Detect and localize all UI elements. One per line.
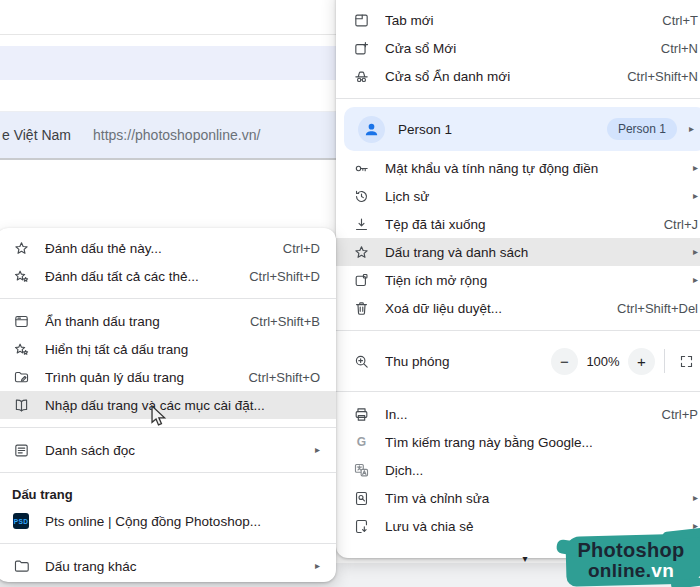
shortcut-label: Ctrl+Shift+Del [617, 301, 698, 316]
submenu-item-bookmark-pts-online[interactable]: PSD Pts online | Cộng đồng Photoshop... [0, 507, 336, 535]
submenu-item-label: Dấu trang khác [45, 559, 303, 574]
menu-item-new-tab[interactable]: Tab mới Ctrl+T [336, 6, 700, 34]
shortcut-label: Ctrl+Shift+O [248, 370, 320, 385]
zoom-in-button[interactable]: + [628, 348, 655, 375]
download-icon [352, 215, 370, 233]
submenu-item-show-all-bookmarks[interactable]: Hiển thị tất cả dấu trang [0, 335, 336, 363]
zoom-out-button[interactable]: − [551, 348, 578, 375]
submenu-arrow-icon: ▸ [693, 163, 698, 173]
svg-text:G: G [356, 435, 365, 449]
folder-icon [12, 557, 30, 575]
new-tab-icon [352, 11, 370, 29]
photoshoponline-logo: Photoshop online.vn [558, 529, 700, 587]
submenu-arrow-icon: ▸ [315, 445, 320, 455]
menu-item-clear-browsing-data[interactable]: Xoá dữ liệu duyệt... Ctrl+Shift+Del [336, 294, 700, 322]
suggestion-title: e Việt Nam [2, 127, 71, 143]
profile-row-person-1[interactable]: Person 1 Person 1 ▸ [344, 107, 700, 151]
omnibox-suggestion-row[interactable]: e Việt Nam https://photoshoponline.vn/ [0, 112, 345, 158]
shortcut-label: Ctrl+Shift+N [627, 69, 698, 84]
menu-item-new-window[interactable]: Cửa sổ Mới Ctrl+N [336, 34, 700, 62]
menu-item-label: Tệp đã tải xuống [385, 217, 652, 232]
shortcut-label: Ctrl+Shift+B [250, 314, 320, 329]
menu-item-find-and-edit[interactable]: Tìm và chỉnh sửa ▸ [336, 484, 700, 512]
separator [0, 298, 336, 299]
page-divider [0, 34, 345, 35]
menu-item-bookmarks-and-lists[interactable]: Dấu trang và danh sách ▸ [336, 238, 700, 266]
menu-item-label: Tìm kiếm trang này bằng Google... [385, 435, 698, 450]
find-edit-icon [352, 489, 370, 507]
chrome-main-menu: Tab mới Ctrl+T Cửa sổ Mới Ctrl+N Cửa sổ … [336, 0, 700, 558]
history-icon [352, 187, 370, 205]
menu-item-label: Tiện ích mở rộng [385, 273, 681, 288]
omnibox[interactable] [0, 46, 345, 80]
shortcut-label: Ctrl+J [664, 217, 698, 232]
submenu-item-label: Nhập dấu trang và các mục cài đặt... [45, 398, 320, 413]
submenu-item-label: Đánh dấu tất cả các thẻ... [45, 269, 237, 284]
bookmarks-bar-icon [12, 312, 30, 330]
all-bookmarks-icon [12, 340, 30, 358]
submenu-arrow-icon: ▸ [693, 275, 698, 285]
separator [0, 472, 336, 473]
menu-item-label: Lịch sử [385, 189, 681, 204]
menu-item-translate[interactable]: Dịch... [336, 456, 700, 484]
submenu-item-bookmark-manager[interactable]: Trình quản lý dấu trang Ctrl+Shift+O [0, 363, 336, 391]
bookmarks-submenu: Đánh dấu thẻ này... Ctrl+D Đánh dấu tất … [0, 228, 336, 582]
trash-icon [352, 299, 370, 317]
import-bookmarks-icon [12, 396, 30, 414]
incognito-icon [352, 67, 370, 85]
menu-item-label: Tìm và chỉnh sửa [385, 491, 681, 506]
zoom-label: Thu phóng [385, 354, 551, 369]
zoom-row: Thu phóng − 100% + [336, 339, 700, 383]
zoom-icon [352, 352, 370, 370]
menu-item-label: Dấu trang và danh sách [385, 245, 681, 260]
menu-item-history[interactable]: Lịch sử ▸ [336, 182, 700, 210]
menu-item-label: Mật khẩu và tính năng tự động điền [385, 161, 681, 176]
fullscreen-icon[interactable] [674, 349, 698, 373]
menu-item-label: Tab mới [385, 13, 650, 28]
menu-item-label: In... [385, 407, 650, 422]
menu-item-new-incognito-window[interactable]: Cửa sổ Ẩn danh mới Ctrl+Shift+N [336, 62, 700, 90]
menu-item-extensions[interactable]: Tiện ích mở rộng ▸ [336, 266, 700, 294]
mouse-cursor [150, 405, 167, 431]
submenu-item-other-bookmarks[interactable]: Dấu trang khác ▸ [0, 552, 336, 580]
submenu-item-hide-bookmarks-bar[interactable]: Ẩn thanh dấu trang Ctrl+Shift+B [0, 307, 336, 335]
bookmarks-section-header: Dấu trang [0, 481, 336, 507]
psd-favicon: PSD [12, 512, 30, 530]
extension-icon [352, 271, 370, 289]
menu-item-downloads[interactable]: Tệp đã tải xuống Ctrl+J [336, 210, 700, 238]
menu-item-search-with-google[interactable]: G Tìm kiếm trang này bằng Google... [336, 428, 700, 456]
save-share-icon [352, 517, 370, 535]
menu-item-label: Cửa sổ Ẩn danh mới [385, 69, 615, 84]
menu-item-print[interactable]: In... Ctrl+P [336, 400, 700, 428]
divider [664, 349, 665, 373]
submenu-arrow-icon: ▸ [315, 561, 320, 571]
separator [336, 330, 700, 331]
star-icon [12, 239, 30, 257]
shortcut-label: Ctrl+Shift+D [249, 269, 320, 284]
separator [0, 427, 336, 428]
logo-line1: Photoshop [577, 540, 684, 561]
submenu-item-bookmark-all-tabs[interactable]: Đánh dấu tất cả các thẻ... Ctrl+Shift+D [0, 262, 336, 290]
screen: e Việt Nam https://photoshoponline.vn/ T… [0, 0, 700, 587]
stars-icon [12, 267, 30, 285]
translate-icon [352, 461, 370, 479]
submenu-item-label: Danh sách đọc [45, 443, 303, 458]
suggestion-url: https://photoshoponline.vn/ [93, 127, 260, 143]
separator [336, 391, 700, 392]
menu-item-passwords-autofill[interactable]: Mật khẩu và tính năng tự động điền ▸ [336, 154, 700, 182]
menu-item-label: Cửa sổ Mới [385, 41, 649, 56]
submenu-item-import-bookmarks-and-settings[interactable]: Nhập dấu trang và các mục cài đặt... [0, 391, 336, 419]
submenu-item-bookmark-this-tab[interactable]: Đánh dấu thẻ này... Ctrl+D [0, 234, 336, 262]
submenu-item-reading-list[interactable]: Danh sách đọc ▸ [0, 436, 336, 464]
person-icon [358, 116, 385, 143]
logo-line2: online.vn [588, 561, 674, 581]
submenu-item-label: Đánh dấu thẻ này... [45, 241, 271, 256]
new-window-icon [352, 39, 370, 57]
suggestion-bottom-border [0, 158, 345, 160]
profile-name: Person 1 [398, 122, 607, 137]
shortcut-label: Ctrl+N [661, 41, 698, 56]
submenu-arrow-icon: ▸ [693, 493, 698, 503]
menu-item-label: Xoá dữ liệu duyệt... [385, 301, 605, 316]
star-icon [352, 243, 370, 261]
menu-item-label: Dịch... [385, 463, 698, 478]
